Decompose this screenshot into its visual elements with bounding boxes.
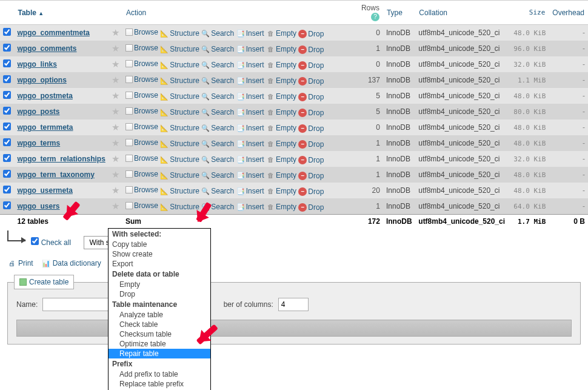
- browse-action[interactable]: Browse: [125, 75, 158, 84]
- structure-action[interactable]: Structure: [160, 124, 199, 132]
- create-table-legend[interactable]: Create table: [14, 275, 74, 289]
- favorite-star-icon[interactable]: ★: [112, 43, 119, 53]
- data-dictionary-link[interactable]: Data dictionary: [42, 259, 101, 267]
- empty-action[interactable]: Empty: [266, 108, 296, 116]
- search-action[interactable]: Search: [201, 76, 234, 85]
- empty-action[interactable]: Empty: [266, 45, 296, 53]
- empty-action[interactable]: Empty: [266, 124, 296, 132]
- browse-action[interactable]: Browse: [125, 138, 158, 147]
- empty-action[interactable]: Empty: [266, 76, 296, 85]
- browse-action[interactable]: Browse: [125, 186, 158, 194]
- favorite-star-icon[interactable]: ★: [112, 27, 119, 38]
- drop-action[interactable]: Drop: [298, 61, 324, 70]
- insert-action[interactable]: Insert: [236, 76, 264, 85]
- browse-action[interactable]: Browse: [125, 154, 158, 163]
- header-table[interactable]: Table ▲: [15, 1, 109, 25]
- insert-action[interactable]: Insert: [236, 203, 264, 211]
- table-name-link[interactable]: wpgo_options: [18, 76, 67, 84]
- table-name-link[interactable]: wpgo_posts: [18, 107, 60, 116]
- dropdown-check[interactable]: Check table: [109, 320, 210, 329]
- search-action[interactable]: Search: [201, 61, 234, 69]
- name-input[interactable]: [42, 298, 112, 311]
- dropdown-export[interactable]: Export: [109, 259, 210, 269]
- search-action[interactable]: Search: [201, 140, 234, 148]
- browse-action[interactable]: Browse: [125, 123, 158, 131]
- row-checkbox[interactable]: [3, 170, 11, 178]
- help-icon[interactable]: ?: [371, 13, 379, 21]
- table-name-link[interactable]: wpgo_usermeta: [18, 186, 73, 195]
- empty-action[interactable]: Empty: [266, 61, 296, 69]
- search-action[interactable]: Search: [201, 29, 234, 38]
- check-all-label[interactable]: Check all: [41, 238, 71, 247]
- header-type[interactable]: Type: [383, 1, 415, 25]
- drop-action[interactable]: Drop: [298, 124, 324, 133]
- header-size[interactable]: Size: [510, 1, 549, 25]
- browse-action[interactable]: Browse: [125, 28, 158, 36]
- structure-action[interactable]: Structure: [160, 203, 199, 211]
- insert-action[interactable]: Insert: [236, 108, 264, 116]
- favorite-star-icon[interactable]: ★: [112, 185, 119, 195]
- row-checkbox[interactable]: [3, 91, 11, 99]
- row-checkbox[interactable]: [3, 107, 11, 115]
- insert-action[interactable]: Insert: [236, 140, 264, 148]
- dropdown-optimize[interactable]: Optimize table: [109, 339, 210, 349]
- insert-action[interactable]: Insert: [236, 171, 264, 180]
- dropdown-copy-table[interactable]: Copy table: [109, 240, 210, 249]
- favorite-star-icon[interactable]: ★: [112, 59, 119, 69]
- browse-action[interactable]: Browse: [125, 91, 158, 99]
- drop-action[interactable]: Drop: [298, 45, 324, 54]
- favorite-star-icon[interactable]: ★: [112, 169, 119, 180]
- search-action[interactable]: Search: [201, 171, 234, 180]
- empty-action[interactable]: Empty: [266, 187, 296, 195]
- drop-action[interactable]: Drop: [298, 109, 324, 117]
- favorite-star-icon[interactable]: ★: [112, 153, 119, 164]
- structure-action[interactable]: Structure: [160, 171, 199, 180]
- check-all-checkbox[interactable]: [31, 237, 39, 245]
- table-name-link[interactable]: wpgo_termmeta: [18, 123, 73, 132]
- row-checkbox[interactable]: [3, 138, 11, 146]
- drop-action[interactable]: Drop: [298, 77, 324, 86]
- drop-action[interactable]: Drop: [298, 172, 324, 180]
- favorite-star-icon[interactable]: ★: [112, 90, 119, 101]
- empty-action[interactable]: Empty: [266, 29, 296, 38]
- favorite-star-icon[interactable]: ★: [112, 75, 119, 85]
- structure-action[interactable]: Structure: [160, 45, 199, 53]
- dropdown-analyze[interactable]: Analyze table: [109, 310, 210, 320]
- structure-action[interactable]: Structure: [160, 29, 199, 38]
- table-name-link[interactable]: wpgo_links: [18, 60, 57, 69]
- favorite-star-icon[interactable]: ★: [112, 201, 119, 211]
- search-action[interactable]: Search: [201, 92, 234, 101]
- dropdown-drop[interactable]: Drop: [109, 289, 210, 299]
- row-checkbox[interactable]: [3, 186, 11, 193]
- drop-action[interactable]: Drop: [298, 93, 324, 101]
- browse-action[interactable]: Browse: [125, 201, 158, 210]
- search-action[interactable]: Search: [201, 203, 234, 211]
- insert-action[interactable]: Insert: [236, 92, 264, 101]
- favorite-star-icon[interactable]: ★: [112, 106, 119, 116]
- insert-action[interactable]: Insert: [236, 155, 264, 164]
- empty-action[interactable]: Empty: [266, 171, 296, 180]
- drop-action[interactable]: Drop: [298, 187, 324, 196]
- row-checkbox[interactable]: [3, 201, 11, 209]
- favorite-star-icon[interactable]: ★: [112, 138, 119, 148]
- insert-action[interactable]: Insert: [236, 187, 264, 195]
- empty-action[interactable]: Empty: [266, 155, 296, 164]
- dropdown-show-create[interactable]: Show create: [109, 249, 210, 259]
- table-name-link[interactable]: wpgo_term_taxonomy: [18, 170, 95, 179]
- header-collation[interactable]: Collation: [415, 1, 509, 25]
- row-checkbox[interactable]: [3, 154, 11, 162]
- drop-action[interactable]: Drop: [298, 156, 324, 164]
- search-action[interactable]: Search: [201, 187, 234, 195]
- header-rows[interactable]: Rows?: [353, 1, 383, 25]
- search-action[interactable]: Search: [201, 108, 234, 116]
- row-checkbox[interactable]: [3, 44, 11, 52]
- empty-action[interactable]: Empty: [266, 203, 296, 211]
- search-action[interactable]: Search: [201, 155, 234, 164]
- insert-action[interactable]: Insert: [236, 29, 264, 38]
- table-name-link[interactable]: wpgo_commentmeta: [18, 29, 90, 37]
- structure-action[interactable]: Structure: [160, 155, 199, 164]
- search-action[interactable]: Search: [201, 45, 234, 53]
- browse-action[interactable]: Browse: [125, 59, 158, 68]
- browse-action[interactable]: Browse: [125, 107, 158, 115]
- structure-action[interactable]: Structure: [160, 76, 199, 85]
